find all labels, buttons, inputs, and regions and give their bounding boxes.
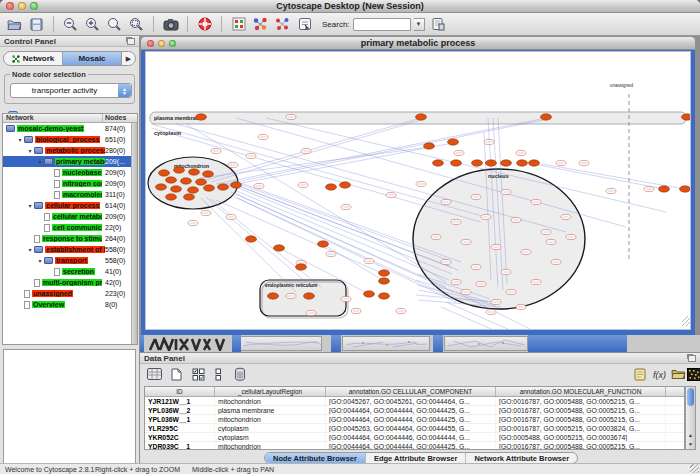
float-panel-icon[interactable] <box>688 355 696 362</box>
app-titlebar[interactable]: Cytoscape Desktop (New Session) <box>0 0 700 13</box>
import-attributes-icon[interactable] <box>670 366 686 382</box>
expand-triangle-icon[interactable]: ▾ <box>26 202 34 209</box>
tree-row[interactable]: cellular metabo209(0) <box>3 211 137 222</box>
network-node[interactable] <box>424 143 435 149</box>
table-column-header[interactable]: annotation.GO CELLULAR_COMPONENT <box>326 387 496 396</box>
network-node[interactable] <box>274 245 285 251</box>
region-mitochondrion[interactable]: mitochondrion <box>148 157 238 209</box>
function-builder-icon[interactable]: f(x) <box>651 366 667 382</box>
search-input[interactable] <box>353 18 411 31</box>
background-window-edge[interactable] <box>140 335 144 352</box>
zoom-in-icon[interactable] <box>84 16 101 33</box>
zoom-fit-icon[interactable] <box>106 16 123 33</box>
tree-row[interactable]: mosaic-demo-yeast874(0) <box>3 123 137 134</box>
tab-mosaic[interactable]: Mosaic <box>62 52 121 65</box>
unselect-attributes-icon[interactable] <box>212 366 228 382</box>
network-node[interactable] <box>231 182 242 188</box>
attribute-browser-tab[interactable]: Network Attribute Browser <box>465 453 577 463</box>
save-icon[interactable] <box>28 16 45 33</box>
network-node[interactable] <box>416 114 427 120</box>
network-node[interactable] <box>203 171 214 177</box>
network-node[interactable] <box>486 160 497 166</box>
network-node[interactable] <box>448 139 459 145</box>
network-node[interactable] <box>472 160 483 166</box>
network-node[interactable] <box>204 185 215 191</box>
birdseye-view[interactable] <box>3 349 136 474</box>
table-row[interactable]: YJR121W__1mitochondrion[GO:0045267, GO:0… <box>145 397 684 406</box>
table-column-header[interactable]: _cellularLayoutRegion <box>215 387 326 396</box>
window-resize-grip[interactable] <box>690 464 699 473</box>
expand-triangle-icon[interactable]: ▾ <box>36 257 44 264</box>
scroll-up-icon[interactable]: ▲ <box>686 431 695 440</box>
new-attribute-icon[interactable] <box>168 366 184 382</box>
network-node[interactable] <box>541 114 552 120</box>
select-attributes-icon[interactable] <box>190 366 206 382</box>
vizmap-b-icon[interactable] <box>274 16 291 33</box>
background-window-titlebar[interactable] <box>528 335 627 352</box>
delete-attribute-icon[interactable] <box>232 366 248 382</box>
tree-row[interactable]: ▾primary metabo209(... <box>3 156 137 167</box>
combobox-stepper-icon[interactable]: ▲▼ <box>118 84 131 97</box>
tree-scrollbar[interactable] <box>131 123 137 344</box>
table-row[interactable]: YPL036W__1mitochondrion[GO:0044464, GO:0… <box>145 415 684 424</box>
tree-header[interactable]: Network Nodes <box>3 114 137 123</box>
tree-row[interactable]: multi-organism pro42(0) <box>3 277 137 288</box>
help-ring-icon[interactable] <box>196 16 213 33</box>
network-edge[interactable] <box>441 307 521 329</box>
network-node[interactable] <box>501 160 512 166</box>
network-node[interactable] <box>318 241 329 247</box>
network-node[interactable] <box>174 167 185 173</box>
attribute-editor-icon[interactable] <box>632 366 648 382</box>
background-window-titlebar[interactable] <box>433 335 443 352</box>
network-node[interactable] <box>451 160 462 166</box>
tree-row[interactable]: ▾transport558(0) <box>3 255 137 266</box>
tree-row[interactable]: unassigned223(0) <box>3 288 137 299</box>
node-color-combobox[interactable]: transporter activity ▲▼ <box>10 83 132 98</box>
matrix-icon[interactable] <box>686 366 700 382</box>
tree-col-nodes[interactable]: Nodes <box>103 114 137 122</box>
table-scrollbar[interactable]: ▲ ▼ <box>685 386 696 450</box>
network-edge[interactable] <box>542 164 685 189</box>
tree-row[interactable]: ▾biological_process651(0) <box>3 134 137 145</box>
tree-row[interactable]: cell communicat22(0) <box>3 222 137 233</box>
network-node[interactable] <box>379 293 390 299</box>
search-config-icon[interactable] <box>430 16 447 33</box>
attribute-browser-tab[interactable]: Edge Attribute Browser <box>365 453 465 463</box>
network-node[interactable] <box>304 293 315 299</box>
network-node[interactable] <box>379 270 390 276</box>
network-node[interactable] <box>364 291 375 297</box>
tree-row[interactable]: ▾cellular process614(0) <box>3 200 137 211</box>
network-node[interactable] <box>166 194 177 200</box>
network-grid-icon[interactable] <box>230 16 247 33</box>
network-node[interactable] <box>340 182 351 188</box>
tab-network[interactable]: Network <box>4 52 62 65</box>
view-export-icon[interactable] <box>296 16 313 33</box>
attribute-browser-tab[interactable]: Node Attribute Browser <box>265 453 365 463</box>
expand-triangle-icon[interactable]: ▾ <box>36 158 44 165</box>
background-windows-strip[interactable] <box>140 335 700 352</box>
network-node[interactable] <box>682 114 691 120</box>
tree-row[interactable]: macromolecule311(0) <box>3 189 137 200</box>
network-node[interactable] <box>156 184 167 190</box>
expand-triangle-icon[interactable]: ▾ <box>26 246 34 253</box>
table-row[interactable]: YKR052Ccytoplasm[GO:0044464, GO:0044446,… <box>145 433 684 442</box>
network-node[interactable] <box>184 194 195 200</box>
network-node[interactable] <box>188 187 199 193</box>
background-window-fragment[interactable] <box>240 336 322 351</box>
table-column-header[interactable]: annotation.GO MOLECULAR_FUNCTION <box>496 387 666 396</box>
network-node[interactable] <box>680 186 691 192</box>
network-node[interactable] <box>326 184 337 190</box>
tree-col-network[interactable]: Network <box>3 114 103 122</box>
tree-row[interactable]: nucleobase-c209(0) <box>3 167 137 178</box>
network-node[interactable] <box>659 186 670 192</box>
network-node[interactable] <box>196 114 207 120</box>
scrollbar-thumb[interactable] <box>687 388 694 406</box>
network-node[interactable] <box>218 184 229 190</box>
network-view-window[interactable]: primary metabolic process plasma membran… <box>141 37 695 335</box>
network-node[interactable] <box>196 179 207 185</box>
canvas-resize-grip[interactable] <box>682 316 690 326</box>
tab-overflow-arrow-icon[interactable]: ▶ <box>121 52 135 65</box>
network-edge[interactable] <box>206 118 421 180</box>
background-window-fragment[interactable] <box>342 336 430 351</box>
network-node[interactable] <box>159 170 170 176</box>
